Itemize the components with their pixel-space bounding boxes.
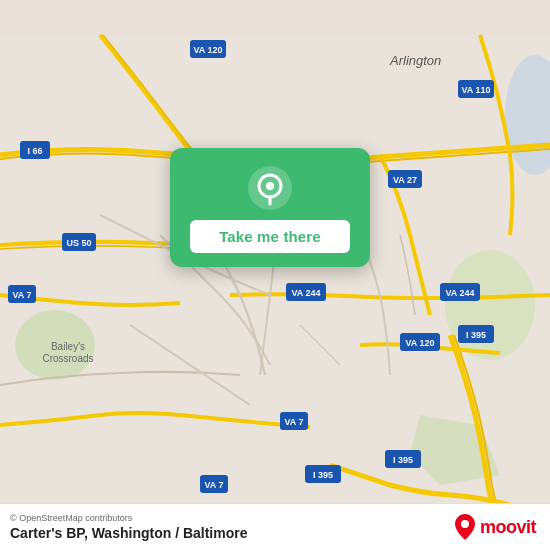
svg-text:Arlington: Arlington: [389, 53, 441, 68]
moovit-brand-text: moovit: [480, 517, 536, 538]
svg-text:Crossroads: Crossroads: [42, 353, 93, 364]
moovit-logo: moovit: [454, 513, 536, 541]
svg-text:VA 7: VA 7: [284, 417, 303, 427]
take-me-there-button[interactable]: Take me there: [190, 220, 350, 253]
svg-text:VA 7: VA 7: [12, 290, 31, 300]
svg-text:I 395: I 395: [393, 455, 413, 465]
svg-text:VA 120: VA 120: [193, 45, 222, 55]
osm-attribution: © OpenStreetMap contributors: [10, 513, 248, 523]
svg-point-42: [461, 520, 469, 528]
svg-text:I 395: I 395: [313, 470, 333, 480]
svg-text:I 395: I 395: [466, 330, 486, 340]
svg-point-40: [266, 182, 274, 190]
moovit-pin-icon: [454, 513, 476, 541]
svg-rect-4: [0, 35, 550, 515]
svg-text:VA 244: VA 244: [445, 288, 474, 298]
location-popup: Take me there: [170, 148, 370, 267]
map-pin-icon: [248, 166, 292, 210]
location-info: © OpenStreetMap contributors Carter's BP…: [10, 513, 248, 541]
svg-text:I 66: I 66: [27, 146, 42, 156]
svg-text:VA 7: VA 7: [204, 480, 223, 490]
svg-text:VA 110: VA 110: [461, 85, 490, 95]
location-name: Carter's BP, Washington / Baltimore: [10, 525, 248, 541]
svg-text:US 50: US 50: [66, 238, 91, 248]
svg-text:VA 27: VA 27: [393, 175, 417, 185]
bottom-info-bar: © OpenStreetMap contributors Carter's BP…: [0, 503, 550, 550]
map-roads-overlay: I 66 VA 120 VA 110 VA 27 US 50 VA 120 VA…: [0, 0, 550, 550]
svg-text:VA 120: VA 120: [405, 338, 434, 348]
svg-text:VA 244: VA 244: [291, 288, 320, 298]
svg-text:Bailey's: Bailey's: [51, 341, 85, 352]
map-container: I 66 VA 120 VA 110 VA 27 US 50 VA 120 VA…: [0, 0, 550, 550]
